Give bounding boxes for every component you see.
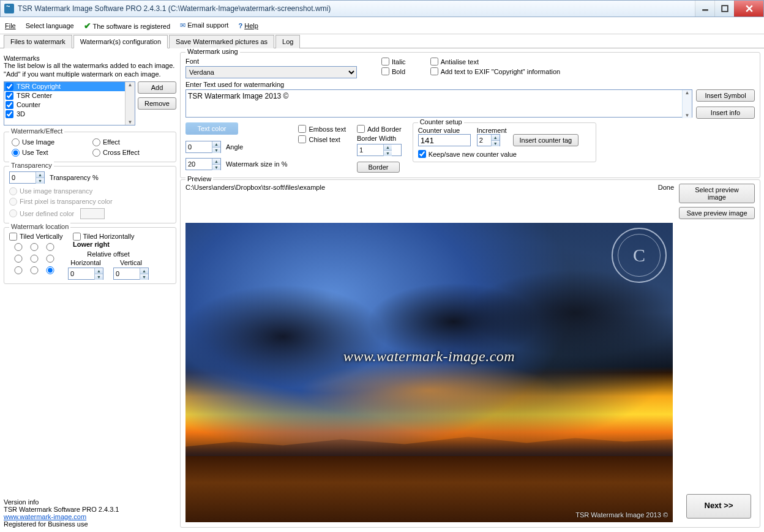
border-button[interactable]: Border [357, 162, 400, 173]
tab-files[interactable]: Files to watermark [4, 35, 72, 48]
loc-mr[interactable] [45, 255, 56, 263]
transparency-group: Transparency ▲▼ Transparency % Use image… [4, 166, 176, 223]
watermark-using-group: Watermark using Font Verdana Italic Bold… [180, 52, 760, 178]
effect-title: Watermark/Effect [9, 127, 64, 135]
check-italic[interactable]: Italic [381, 58, 406, 66]
check-emboss[interactable]: Emboss text [298, 125, 346, 133]
check-exif[interactable]: Add text to EXIF "Copyright" information [430, 67, 561, 75]
angle-label: Angle [226, 143, 243, 151]
watermarks-list[interactable]: TSR Copyright TSR Center Counter 3D ▲▼ [4, 81, 135, 126]
preview-title: Preview [185, 175, 213, 182]
menu-help[interactable]: ? Help [238, 22, 258, 29]
remove-button[interactable]: Remove [138, 97, 176, 110]
loc-tl[interactable] [13, 243, 24, 251]
check-keep-counter[interactable]: Keep/save new counter value [418, 150, 591, 158]
check-tiled-v[interactable]: Tiled Vertically [9, 233, 63, 241]
window-title: TSR Watermark Image Software PRO 2.4.3.1… [18, 4, 695, 13]
loc-ml[interactable] [13, 255, 24, 263]
counter-title: Counter setup [418, 118, 464, 126]
insert-counter-button[interactable]: Insert counter tag [513, 134, 579, 146]
radio-cross-effect[interactable]: Cross Effect [92, 149, 168, 157]
main-tabs: Files to watermark Watermark(s) configur… [0, 34, 764, 48]
font-select[interactable]: Verdana [185, 66, 357, 78]
menu-language[interactable]: Select language [26, 22, 74, 29]
increment-spinner[interactable]: ▲▼ [477, 134, 500, 146]
svg-rect-1 [722, 6, 728, 12]
transparency-label: Transparency % [50, 174, 99, 181]
transparency-spinner[interactable]: ▲▼ [9, 171, 45, 184]
watermarks-title: Watermarks [4, 54, 176, 62]
tab-config[interactable]: Watermark(s) configuration [73, 35, 168, 48]
list-item[interactable]: Counter [4, 100, 125, 110]
radio-first-pixel: First pixel is transparency color [9, 198, 171, 206]
tab-save[interactable]: Save Watermarked pictures as [169, 35, 274, 48]
minimize-button[interactable] [695, 1, 714, 17]
border-width-spinner[interactable]: ▲▼ [357, 144, 402, 156]
watermark-text-input[interactable]: TSR Watermark Image 2013 © [185, 89, 692, 118]
offset-v-label: Vertical [113, 259, 149, 266]
check-bold[interactable]: Bold [381, 67, 406, 75]
list-item[interactable]: TSR Center [4, 91, 125, 100]
version-title: Version info [4, 498, 176, 506]
close-button[interactable] [734, 1, 763, 17]
preview-path: C:\Users\anders\Dropbox\tsr-soft\files\e… [185, 184, 653, 191]
offset-v-spinner[interactable]: ▲▼ [113, 268, 149, 280]
textarea-scrollbar[interactable]: ▲▼ [682, 90, 692, 118]
scrollbar[interactable]: ▲▼ [125, 82, 135, 125]
radio-use-image[interactable]: Use Image [12, 138, 88, 146]
next-button[interactable]: Next >> [686, 494, 751, 519]
loc-mc[interactable] [29, 255, 40, 263]
offset-h-label: Horizontal [68, 259, 103, 266]
offset-h-spinner[interactable]: ▲▼ [68, 268, 103, 280]
window-controls [695, 1, 763, 17]
location-group: Watermark location Tiled Vertically Tile… [4, 227, 176, 284]
loc-bl[interactable] [13, 266, 24, 274]
size-spinner[interactable]: ▲▼ [185, 158, 221, 170]
loc-tr[interactable] [45, 243, 56, 251]
check-antialias[interactable]: Antialise text [430, 58, 561, 66]
text-color-button[interactable]: Text color [185, 122, 238, 135]
preview-image: www.watermark-image.com C TSR Watermark … [185, 223, 673, 522]
loc-bc[interactable] [29, 266, 40, 274]
preview-watermark-bottom: TSR Watermark Image 2013 © [575, 511, 668, 519]
save-preview-button[interactable]: Save preview image [679, 207, 755, 219]
window-titlebar: TSR Watermark Image Software PRO 2.4.3.1… [0, 0, 764, 17]
radio-use-text[interactable]: Use Text [12, 149, 88, 157]
angle-spinner[interactable]: ▲▼ [185, 141, 221, 153]
preview-watermark-copyright-icon: C [612, 228, 667, 283]
menu-email[interactable]: ✉ Email support [180, 21, 228, 29]
menu-file[interactable]: File [5, 22, 16, 29]
list-item[interactable]: TSR Copyright [4, 82, 125, 91]
loc-br[interactable] [45, 266, 56, 274]
font-label: Font [185, 58, 357, 65]
radio-effect[interactable]: Effect [92, 138, 168, 146]
version-registered: Registered for Business use [4, 520, 176, 528]
tab-log[interactable]: Log [275, 35, 300, 48]
check-add-border[interactable]: Add Border [357, 125, 402, 133]
loc-tc[interactable] [29, 243, 40, 251]
check-chisel[interactable]: Chisel text [298, 135, 346, 143]
select-preview-button[interactable]: Select preview image [679, 184, 755, 203]
list-item-check[interactable] [6, 110, 13, 118]
list-item-check[interactable] [6, 101, 13, 109]
add-button[interactable]: Add [138, 81, 176, 94]
counter-value-input[interactable] [418, 134, 471, 146]
insert-info-button[interactable]: Insert info [696, 107, 755, 119]
location-grid [13, 243, 56, 274]
radio-img-transparency: Use image transperancy [9, 187, 171, 195]
help-icon: ? [238, 22, 242, 29]
version-link[interactable]: www.watermark-image.com [4, 513, 86, 520]
menu-registered[interactable]: ✔ The software is registered [84, 21, 170, 31]
check-icon: ✔ [84, 21, 91, 31]
maximize-button[interactable] [714, 1, 734, 17]
list-item-check[interactable] [6, 83, 13, 91]
insert-symbol-button[interactable]: Insert Symbol [696, 89, 755, 102]
watermarks-section: Watermarks The list below is all the wat… [4, 52, 176, 128]
list-item[interactable]: 3D [4, 110, 125, 119]
menubar: File Select language ✔ The software is r… [0, 17, 764, 34]
check-tiled-h[interactable]: Tiled Horizontally [73, 233, 135, 241]
list-item-check[interactable] [6, 92, 13, 100]
version-info: Version info TSR Watermark Software PRO … [4, 498, 176, 528]
border-width-label: Border Width [357, 135, 402, 142]
transparency-title: Transparency [9, 162, 54, 169]
